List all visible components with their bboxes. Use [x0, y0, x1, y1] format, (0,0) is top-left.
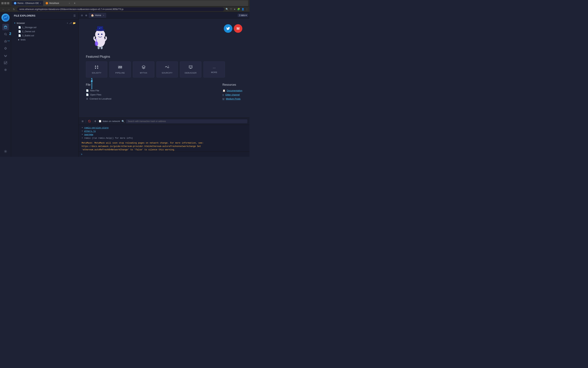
- menu-icon[interactable]: ⋮: [246, 8, 248, 10]
- explorer-header: FILE EXPLORERS ☰: [11, 12, 79, 19]
- sidebar-icons: 2 →: [0, 12, 11, 157]
- sidebar-item-compile[interactable]: [2, 38, 9, 45]
- sidebar-item-testing[interactable]: [2, 59, 9, 66]
- plugin-card-mythx[interactable]: MYTHX: [133, 61, 154, 77]
- home-tab[interactable]: 🏠 Home ×: [89, 13, 106, 18]
- explorer-hamburger-icon[interactable]: ☰: [74, 14, 76, 17]
- file-2-owner[interactable]: 📄 2_Owner.sol: [15, 29, 79, 34]
- solidity-icon: [94, 65, 99, 70]
- ethers-link[interactable]: ethers.js: [84, 130, 96, 132]
- url-input[interactable]: [17, 7, 224, 11]
- new-file-icon[interactable]: +: [67, 22, 68, 24]
- window-controls: ─ □ ×: [1, 2, 9, 4]
- url-icons: 🔍 🛡 ★ 🧩 👤 ⋮: [225, 8, 248, 10]
- toolbar-divider: [86, 120, 86, 123]
- console-collapse-button[interactable]: ⊞: [81, 120, 84, 123]
- home-tab-icon: 🏠: [91, 14, 94, 17]
- github-icon[interactable]: ⎇: [69, 22, 72, 24]
- browser-folder-header[interactable]: ▼ browser + ⎇ 📂: [11, 21, 79, 25]
- svg-text:✦: ✦: [101, 27, 102, 29]
- listen-network-checkbox[interactable]: [99, 120, 101, 122]
- svg-rect-20: [121, 66, 122, 67]
- sidebar-bottom: [2, 148, 9, 157]
- close-window-button[interactable]: ×: [7, 2, 9, 4]
- plugin-card-more[interactable]: ··· MORE: [204, 61, 225, 77]
- tabs-count-badge[interactable]: 1 tabs ▾: [238, 14, 248, 17]
- explorer-title: FILE EXPLORERS: [14, 14, 74, 17]
- sidebar-item-file-explorers[interactable]: [2, 24, 9, 30]
- reload-button[interactable]: ↻: [12, 8, 16, 11]
- plugin-card-solidity[interactable]: SOLIDITY: [86, 61, 107, 77]
- listen-network-label: listen on network: [103, 120, 120, 123]
- medium-button[interactable]: M: [234, 24, 242, 33]
- svg-text:V: V: [168, 65, 169, 67]
- svg-point-4: [5, 69, 6, 70]
- mythx-label: MYTHX: [140, 72, 147, 74]
- file-label-1: 1_Storage.sol: [22, 26, 36, 29]
- zoom-in-button[interactable]: ⊕: [84, 14, 88, 17]
- medium-posts-item[interactable]: M Medium Posts: [223, 97, 242, 101]
- connect-localhost-item[interactable]: 🖥 Connect to Localhost: [86, 97, 111, 101]
- back-button[interactable]: ←: [1, 8, 5, 11]
- sidebar-item-deploy[interactable]: [2, 45, 9, 52]
- plugins-row: SOLIDITY PIPEL: [86, 61, 242, 77]
- new-tab-button[interactable]: +: [72, 2, 77, 5]
- connect-localhost-icon: 🖥: [86, 97, 88, 100]
- remix-tab-close[interactable]: ×: [40, 2, 41, 4]
- svg-point-11: [101, 34, 103, 35]
- explorer-actions: ☰: [74, 14, 76, 17]
- home-tab-close[interactable]: ×: [103, 14, 104, 16]
- plugin-card-pipeline[interactable]: PIPELINE: [109, 61, 131, 77]
- profile-icon[interactable]: 👤: [242, 8, 244, 10]
- console-search-icon: 🔍: [121, 120, 125, 123]
- tests-arrow-icon: ▶: [18, 39, 19, 41]
- new-file-item[interactable]: 📄 New File: [86, 89, 111, 93]
- swarmgw-link[interactable]: swarmgw: [84, 133, 93, 136]
- documentation-item[interactable]: 📋 Documentation: [223, 89, 242, 93]
- svg-rect-14: [98, 46, 100, 49]
- twitter-button[interactable]: [224, 24, 232, 33]
- file-icon-3: 📄: [18, 34, 21, 37]
- browser-tab-remix[interactable]: R Remix - Ethereum IDE ×: [12, 1, 43, 6]
- tests-folder-label: tests: [21, 38, 26, 41]
- svg-rect-18: [118, 66, 119, 67]
- console-count: 0: [95, 120, 96, 123]
- connect-folder-icon[interactable]: 📂: [73, 22, 76, 24]
- metamask-tab-close[interactable]: ×: [69, 2, 70, 4]
- remix-favicon: R: [14, 2, 16, 4]
- browser-tab-metamask[interactable]: M MetaMask ×: [44, 1, 72, 6]
- remix-logo: [1, 14, 10, 22]
- sidebar-item-debugger[interactable]: [2, 52, 9, 59]
- version-store-link[interactable]: remix-version-store: [84, 127, 109, 129]
- sourcify-icon: V: [165, 65, 170, 70]
- svg-point-0: [3, 15, 8, 20]
- open-files-item[interactable]: 📄 Open Files: [86, 93, 111, 97]
- console-search-input[interactable]: [126, 119, 247, 123]
- file-3-ballot[interactable]: 📄 3_Ballot.sol: [15, 34, 79, 37]
- console-line-version-store: • remix-version-store: [82, 126, 247, 130]
- pipeline-label: PIPELINE: [115, 72, 125, 74]
- featured-plugins-section: Featured Plugins SOLIDITY: [86, 55, 242, 82]
- shield-icon: 🛡: [230, 8, 232, 10]
- file-1-storage[interactable]: 📄 1_Storage.sol: [15, 25, 79, 29]
- gitter-icon: ≡: [223, 93, 224, 96]
- sidebar-item-plugins[interactable]: [2, 67, 9, 73]
- mascot-svg: ✦ ✦: [89, 25, 111, 49]
- forward-button[interactable]: →: [7, 8, 11, 11]
- plugin-card-sourcify[interactable]: V SOURCIFY: [157, 61, 178, 77]
- medium-posts-icon: M: [223, 97, 224, 100]
- more-icon: ···: [213, 66, 216, 70]
- minimize-button[interactable]: ─: [1, 2, 4, 4]
- sidebar-item-settings[interactable]: [2, 148, 9, 155]
- console-command-input[interactable]: [84, 153, 247, 156]
- documentation-icon: 📋: [223, 89, 225, 92]
- gitter-channel-item[interactable]: ≡ Gitter channel: [223, 93, 242, 97]
- sidebar-item-search[interactable]: [2, 31, 9, 37]
- plugin-card-debugger[interactable]: DEBUGGER: [180, 61, 201, 77]
- bookmark-icon[interactable]: ★: [233, 8, 236, 10]
- maximize-button[interactable]: □: [4, 2, 6, 4]
- zoom-out-button[interactable]: ⊖: [80, 14, 84, 17]
- toolbar-divider-2: [93, 120, 93, 123]
- tests-folder[interactable]: ▶ tests: [15, 37, 79, 42]
- console-stop-button[interactable]: 🚫: [87, 120, 92, 123]
